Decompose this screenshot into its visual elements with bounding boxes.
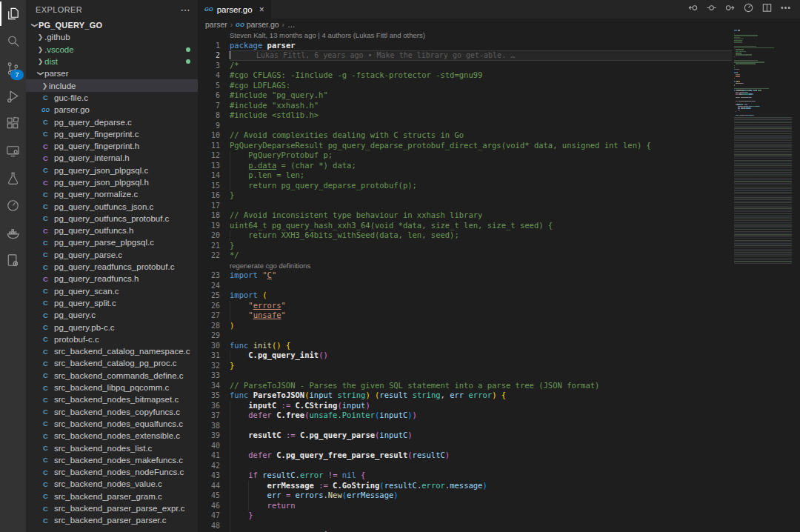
tree-item-pg-query-readfuncs-h[interactable]: Cpg_query_readfuncs.h [26,273,198,285]
next-change-icon[interactable] [724,2,736,16]
code-line[interactable]: 5#cgo LDFLAGS: [198,81,800,91]
tree-item-src-backend-nodes-equalfuncs-c[interactable]: Csrc_backend_nodes_equalfuncs.c [26,418,198,430]
tree-item-pg-query-internal-h[interactable]: Cpg_query_internal.h [26,152,198,164]
more-actions-icon[interactable] [780,2,791,16]
tree-item-parser-go[interactable]: GOparser.go [26,104,198,116]
code-line[interactable]: 36 inputC := C.CString(input) [198,401,800,411]
tree-item-src-backend-catalog-pg-proc-c[interactable]: Csrc_backend_catalog_pg_proc.c [26,357,198,369]
tree-item-dist[interactable]: ❯dist [26,56,198,67]
code-line[interactable]: 40 [198,441,800,451]
tree-root-pg-query-go[interactable]: ❯ PG_QUERY_GO [26,19,198,31]
code-line[interactable]: 20 return XXH3_64bits_withSeed(data, len… [198,230,800,241]
activitybar-explorer-icon[interactable] [0,0,26,27]
tree-item-pg-query-split-c[interactable]: Cpg_query_split.c [26,297,198,309]
code-line[interactable]: 16} [198,190,800,201]
code-line[interactable]: 26 "errors" [198,301,800,311]
tree-item--github[interactable]: ❯.github [26,31,198,43]
code-line[interactable]: 47 } [198,511,800,521]
activitybar-settings-file-icon[interactable] [0,247,26,274]
tree-item-src-backend-nodes-extensible-c[interactable]: Csrc_backend_nodes_extensible.c [26,430,198,442]
tree-item-src-backend-catalog-namespace-c[interactable]: Csrc_backend_catalog_namespace.c [26,345,198,357]
tree-item-pg-query-json-plpgsql-h[interactable]: Cpg_query_json_plpgsql.h [26,176,198,188]
code-line[interactable]: 32} [198,361,800,371]
split-editor-icon[interactable] [761,2,773,16]
close-icon[interactable]: × [259,4,264,15]
codelens-row[interactable]: Steven Kalt, 13 months ago | 4 authors (… [198,30,800,41]
tree-item-pg-query-outfuncs-h[interactable]: Cpg_query_outfuncs.h [26,225,198,236]
code-line[interactable]: 41 defer C.pg_query_free_parse_result(re… [198,450,800,461]
tree-item-pg-query-fingerprint-c[interactable]: Cpg_query_fingerprint.c [26,128,198,140]
minimap[interactable] [734,30,798,532]
tree-item-src-backend-nodes-makefuncs-c[interactable]: Csrc_backend_nodes_makefuncs.c [26,454,198,466]
activitybar-extensions-icon[interactable] [0,110,26,137]
code-line[interactable]: 28) [198,321,800,331]
code-line[interactable]: 25import ( [198,290,800,301]
code-line[interactable]: 33 [198,370,800,381]
code-line[interactable]: 9 [198,121,800,131]
code-line[interactable]: 11PgQueryDeparseResult pg_query_deparse_… [198,141,800,151]
activitybar-remote-icon[interactable] [0,137,26,164]
open-changes-icon[interactable] [706,2,717,16]
code-line[interactable]: 30func init() { [198,341,800,351]
code-line[interactable]: 19uint64_t pg_query_hash_xxh3_64(void *d… [198,221,800,231]
activitybar-docker-icon[interactable] [0,219,26,247]
tree-item-src-backend-parser-gram-c[interactable]: Csrc_backend_parser_gram.c [26,491,198,502]
code-line[interactable]: 44 errMessage := C.GoString(resultC.erro… [198,481,800,491]
explorer-more-actions-icon[interactable]: ⋯ [181,4,190,16]
tree-item-pg-query-parse-c[interactable]: Cpg_query_parse.c [26,249,198,261]
code-line[interactable]: 8#include <stdlib.h> [198,110,800,121]
tree-item-pg-query-fingerprint-h[interactable]: Cpg_query_fingerprint.h [26,140,198,152]
code-line[interactable]: 7#include "xxhash.h" [198,101,800,111]
code-line[interactable]: 6#include "pg_query.h" [198,90,800,101]
tree-item-pg-query-deparse-c[interactable]: Cpg_query_deparse.c [26,116,198,127]
code-line[interactable]: 34// ParseToJSON - Parses the given SQL … [198,381,800,391]
breadcrumb-segment-1[interactable]: GOparser.go [236,20,279,29]
tree-item-pg-query-scan-c[interactable]: Cpg_query_scan.c [26,285,198,297]
tree-item-pg-query-json-plpgsql-c[interactable]: Cpg_query_json_plpgsql.c [26,164,198,176]
tree-item-src-backend-nodes-bitmapset-c[interactable]: Csrc_backend_nodes_bitmapset.c [26,393,198,405]
activitybar-testing-icon[interactable] [0,164,26,192]
codelens-row[interactable]: regenerate cgo definitions [198,261,800,271]
tree-item-src-backend-commands-define-c[interactable]: Csrc_backend_commands_define.c [26,370,198,382]
code-line[interactable]: 48 [198,521,800,531]
tree-item-pg-query-readfuncs-protobuf-c[interactable]: Cpg_query_readfuncs_protobuf.c [26,261,198,273]
code-line[interactable]: 37 defer C.free(unsafe.Pointer(inputC)) [198,410,800,421]
tree-item-src-backend-nodes-value-c[interactable]: Csrc_backend_nodes_value.c [26,478,198,490]
code-line[interactable]: 17 [198,201,800,211]
code-line[interactable]: 43 if resultC.error != nil { [198,471,800,481]
codelens-label[interactable]: regenerate cgo definitions [230,261,310,271]
code-line[interactable]: 15 return pg_query_deparse_protobuf(p); [198,181,800,191]
tree-item--vscode[interactable]: ❯.vscode [26,44,198,56]
tree-item-pg-query-parse-plpgsql-c[interactable]: Cpg_query_parse_plpgsql.c [26,236,198,248]
tree-item-src-backend-parser-parser-c[interactable]: Csrc_backend_parser_parser.c [26,514,198,526]
tree-item-protobuf-c-c[interactable]: Cprotobuf-c.c [26,333,198,345]
prev-change-icon[interactable] [687,2,699,16]
code-line[interactable]: 29 [198,330,800,341]
tree-item-pg-query-c[interactable]: Cpg_query.c [26,309,198,321]
code-line[interactable]: 38 [198,421,800,431]
code-line[interactable]: 14 p.len = len; [198,170,800,181]
breadcrumb-segment-0[interactable]: parser [205,20,227,29]
code-line[interactable]: 12 PgQueryProtobuf p; [198,150,800,161]
tree-item-pg-query-outfuncs-protobuf-c[interactable]: Cpg_query_outfuncs_protobuf.c [26,213,198,225]
tree-item-guc-file-c[interactable]: Cguc-file.c [26,92,198,104]
tree-item-src-backend-libpq-pqcomm-c[interactable]: Csrc_backend_libpq_pqcomm.c [26,382,198,393]
codelens-label[interactable]: Steven Kalt, 13 months ago | 4 authors (… [230,30,425,41]
code-line[interactable]: 3/* [198,61,800,71]
code-line[interactable]: 21} [198,241,800,251]
activitybar-run-debug-icon[interactable] [0,82,26,110]
tree-item-src-backend-nodes-nodefuncs-c[interactable]: Csrc_backend_nodes_nodeFuncs.c [26,466,198,478]
tree-item-src-backend-nodes-list-c[interactable]: Csrc_backend_nodes_list.c [26,442,198,453]
code-line[interactable]: 45 err = errors.New(errMessage) [198,491,800,501]
tree-item-src-backend-nodes-copyfuncs-c[interactable]: Csrc_backend_nodes_copyfuncs.c [26,406,198,418]
code-line[interactable]: 13 p.data = (char *) data; [198,161,800,171]
tree-item-parser[interactable]: ❯parser [26,67,198,79]
breadcrumb-segment-2[interactable]: … [287,20,296,29]
code-line[interactable]: 22*/ [198,250,800,261]
activitybar-search-icon[interactable] [0,27,26,55]
code-line[interactable]: 4#cgo CFLAGS: -Iinclude -g -fstack-prote… [198,70,800,81]
code-line[interactable]: 35func ParseToJSON(input string) (result… [198,390,800,401]
tree-item-pg-query-normalize-c[interactable]: Cpg_query_normalize.c [26,188,198,200]
code-line[interactable]: 24 [198,281,800,291]
code-line[interactable]: 27 "unsafe" [198,310,800,321]
